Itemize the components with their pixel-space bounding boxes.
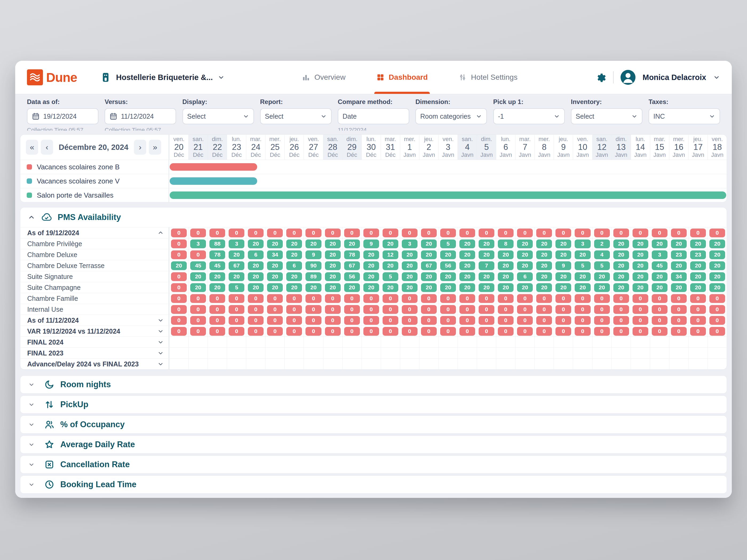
chevron-down-icon[interactable] [28,381,35,388]
display-select[interactable]: Select [182,108,254,124]
month-label: Javn [673,152,685,158]
chevron-up-icon[interactable] [28,214,35,221]
date-column-5-javn[interactable]: dim.5Javn [477,135,496,160]
date-column-4-javn[interactable]: san.4Javn [458,135,477,160]
chevron-down-icon[interactable] [28,461,35,468]
pick-up-1-select[interactable]: -1 [493,108,565,124]
chevron-down-icon[interactable] [28,481,35,488]
date-column-1-javn[interactable]: mer.1Javn [400,135,419,160]
prev-button[interactable]: ‹ [41,140,53,155]
chevron-down-icon[interactable] [28,421,35,428]
row-label[interactable]: Advance/Delay 2024 vs FINAL 2023 [20,359,169,369]
next-fast-button[interactable]: » [149,140,161,155]
grid-cell: 0 [342,315,361,326]
section-pickup[interactable]: PickUp [20,396,727,414]
date-column-30-d-c[interactable]: lun.30Déc [361,135,381,160]
hotel-selector[interactable]: Hostellerie Briqueterie &... [100,72,225,83]
tab-hotel-settings[interactable]: Hotel Settings [459,61,517,94]
date-column-20-d-c[interactable]: ven.20Déc [169,135,188,160]
date-column-23-d-c[interactable]: lun.23Déc [227,135,246,160]
grid-cell: 0 [631,228,650,238]
chevron-up-icon[interactable] [157,230,164,236]
date-column-12-javn[interactable]: san.12Javn [592,135,612,160]
row-label[interactable]: As of 19/12/2024 [20,228,169,238]
section-cancellation-rate[interactable]: Cancellation Rate [20,455,727,474]
compare-method-input[interactable]: Date [338,108,409,124]
date-column-9-javn[interactable]: jeu.9Javn [553,135,573,160]
chevron-down-icon [243,113,249,119]
chevron-down-icon[interactable] [157,328,164,335]
date-column-2-javn[interactable]: jeu.2Javn [419,135,438,160]
chevron-down-icon[interactable] [713,74,720,81]
tab-overview[interactable]: Overview [302,61,345,94]
date-column-8-javn[interactable]: mer.8Javn [534,135,553,160]
date-column-25-d-c[interactable]: mer.25Déc [265,135,284,160]
dimension-select[interactable]: Room categories [415,108,487,124]
grid-cell: 0 [458,315,477,326]
grid-cell: 20 [477,238,496,249]
date-column-29-d-c[interactable]: dim.29Déc [342,135,361,160]
grid-cell: 0 [188,228,208,238]
section-booking-lead-time[interactable]: Booking Lead Time [20,476,727,494]
availability-pill: 20 [267,239,283,248]
filter-taxes: Taxes:INC [648,98,720,131]
date-column-10-javn[interactable]: ven.10Javn [573,135,592,160]
main-tabs: OverviewDashboardHotel Settings [302,61,517,94]
date-column-17-javn[interactable]: jeu.17Javn [688,135,707,160]
report-select[interactable]: Select [260,108,332,124]
date-column-18-javn[interactable]: ven.18Javn [707,135,727,160]
date-column-16-javn[interactable]: mer.16Javn [669,135,688,160]
section-room-nights[interactable]: Room nights [20,375,727,394]
tab-dashboard[interactable]: Dashboard [377,61,428,94]
chevron-down-icon[interactable] [28,401,35,408]
prev-fast-button[interactable]: « [26,140,38,155]
grid-cell: 0 [361,326,381,337]
chevron-down-icon[interactable] [28,441,35,448]
date-column-28-d-c[interactable]: san.28Déc [323,135,342,160]
next-button[interactable]: › [134,140,146,155]
availability-pill: 20 [536,261,552,270]
event-bar [170,163,257,171]
date-column-7-javn[interactable]: mar.7Javn [515,135,534,160]
date-column-15-javn[interactable]: mar.15Javn [650,135,669,160]
date-column-27-d-c[interactable]: ven.27Déc [304,135,323,160]
date-column-31-d-c[interactable]: mar.31Déc [381,135,400,160]
date-column-3-javn[interactable]: ven.3Javn [438,135,458,160]
grid-cell [265,337,284,347]
data-as-of-input[interactable]: 19/12/2024 [27,108,99,124]
availability-pill: 0 [402,294,417,303]
date-column-22-d-c[interactable]: dim.22Déc [208,135,227,160]
chevron-down-icon[interactable] [157,317,164,323]
row-label[interactable]: FINAL 2023 [20,348,169,358]
date-column-14-javn[interactable]: lun.14Javn [631,135,650,160]
date-column-13-javn[interactable]: dim.13Javn [612,135,631,160]
chevron-down-icon[interactable] [157,350,164,356]
inventory-select[interactable]: Select [571,108,642,124]
grid-cell [246,348,265,358]
chevron-down-icon[interactable] [157,361,164,367]
grid-cell: 0 [304,315,323,326]
grid-cell [707,348,727,358]
section-average-daily-rate[interactable]: Average Daily Rate [20,435,727,454]
grid-cell: 0 [265,228,284,238]
pms-availability-header[interactable]: PMS Availability [20,208,727,227]
user-avatar[interactable] [621,70,636,85]
date-column-26-d-c[interactable]: jeu.26Déc [284,135,304,160]
gear-icon[interactable] [595,72,606,83]
event-label: Vacances scolaires zone B [20,160,169,174]
row-label[interactable]: As of 11/12/2024 [20,315,169,326]
availability-pill: 20 [517,261,533,270]
versus-input[interactable]: 11/12/2024 [105,108,176,124]
section-of-occupancy[interactable]: % of Occupancy [20,416,727,434]
row-label[interactable]: VAR 19/12/2024 vs 11/12/2024 [20,326,169,337]
date-column-24-d-c[interactable]: mar.24Déc [246,135,265,160]
date-column-6-javn[interactable]: lun.6Javn [496,135,515,160]
availability-pill: 0 [440,305,456,314]
date-column-21-d-c[interactable]: san.21Déc [188,135,208,160]
chevron-down-icon[interactable] [157,339,164,345]
row-label[interactable]: FINAL 2024 [20,337,169,347]
filter-data-as-of: Data as of:19/12/2024Collection Time 05:… [27,98,99,131]
grid-cell: 6 [246,249,265,260]
filter-label: Inventory: [571,98,642,106]
taxes-select[interactable]: INC [648,108,720,124]
